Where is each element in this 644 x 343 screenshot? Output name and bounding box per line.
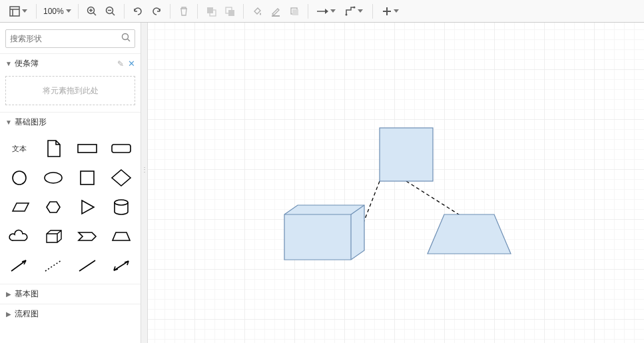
chevron-right-icon: ▶ (5, 310, 12, 318)
chevron-down-icon: ▼ (5, 60, 12, 67)
sidebar: ▼ 便条簿 ✎ ✕ 将元素拖到此处 ▼ 基础图形 文本 (0, 23, 141, 343)
chevron-down-icon (330, 9, 336, 13)
zoom-in-button[interactable] (83, 2, 101, 21)
zoom-out-button[interactable] (101, 2, 120, 21)
shape-trapezoid[interactable] (105, 224, 138, 249)
undo-button[interactable] (129, 2, 147, 21)
svg-line-4 (93, 13, 96, 15)
search-input[interactable] (10, 34, 121, 43)
panel-basic-shapes[interactable]: ▼ 基础图形 (0, 112, 141, 132)
shadow-button[interactable] (285, 2, 304, 21)
shape-palette: 文本 (0, 132, 141, 284)
shape-dashed-line[interactable] (37, 253, 69, 278)
shape-step[interactable] (71, 224, 104, 249)
svg-rect-24 (78, 145, 97, 153)
diagram-svg (148, 23, 644, 343)
waypoints-button[interactable] (340, 2, 368, 21)
dropzone-label: 将元素拖到此处 (43, 85, 99, 97)
zoom-level[interactable]: 100% (41, 7, 74, 16)
svg-rect-25 (112, 145, 131, 153)
panel-title: 便条簿 (15, 58, 39, 69)
svg-point-27 (45, 172, 62, 183)
shape-circle[interactable] (3, 165, 35, 190)
search-icon (121, 33, 131, 45)
svg-point-29 (115, 200, 128, 205)
svg-rect-28 (81, 171, 94, 184)
shape-cube-instance[interactable] (284, 205, 364, 260)
chevron-down-icon (22, 9, 27, 13)
shape-cube[interactable] (37, 224, 69, 249)
line-color-button[interactable] (266, 2, 285, 21)
shape-cloud[interactable] (3, 224, 35, 249)
shape-arrow-line[interactable] (3, 253, 35, 278)
shape-trapezoid-instance[interactable] (428, 214, 511, 254)
shape-hexagon[interactable] (37, 194, 69, 220)
shape-square[interactable] (71, 165, 104, 190)
shape-ellipse[interactable] (37, 165, 69, 190)
shape-text[interactable]: 文本 (3, 136, 35, 161)
connection-button[interactable] (312, 2, 340, 21)
connector[interactable] (406, 181, 461, 216)
svg-line-33 (114, 261, 129, 270)
shape-rounded-rect[interactable] (105, 136, 138, 161)
zoom-label: 100% (43, 7, 64, 16)
fill-color-button[interactable] (248, 2, 266, 21)
chevron-down-icon (66, 9, 71, 13)
panel-title: 基本图 (15, 288, 39, 300)
to-back-button[interactable] (220, 2, 239, 21)
chevron-down-icon: ▼ (5, 119, 12, 126)
shape-rectangle-instance[interactable] (380, 128, 433, 181)
svg-point-26 (13, 171, 26, 184)
close-icon[interactable]: ✕ (128, 59, 135, 69)
svg-line-32 (79, 260, 95, 271)
shape-line[interactable] (71, 253, 104, 278)
view-button[interactable] (4, 2, 32, 21)
svg-line-23 (128, 39, 131, 42)
chevron-right-icon: ▶ (5, 290, 12, 298)
svg-point-19 (354, 6, 356, 8)
panel-scratchpad[interactable]: ▼ 便条簿 ✎ ✕ (0, 53, 141, 73)
shape-cylinder[interactable] (105, 194, 138, 220)
scratchpad-dropzone[interactable]: 将元素拖到此处 (5, 76, 135, 105)
svg-point-18 (346, 13, 348, 15)
shape-diamond[interactable] (105, 165, 138, 190)
edit-icon[interactable]: ✎ (117, 59, 124, 69)
shape-document[interactable] (37, 136, 69, 161)
toolbar: 100% (0, 0, 644, 23)
collapse-icon: ⋮ (142, 156, 147, 182)
shape-triangle[interactable] (71, 194, 104, 220)
svg-line-30 (11, 260, 26, 271)
redo-button[interactable] (147, 2, 166, 21)
panel-title: 流程图 (15, 308, 39, 320)
chevron-down-icon (394, 9, 399, 13)
to-front-button[interactable] (202, 2, 220, 21)
sidebar-splitter[interactable]: ⋮ (141, 23, 148, 343)
insert-button[interactable] (377, 2, 405, 21)
shape-bidir-arrow[interactable] (105, 253, 138, 278)
shape-search[interactable] (5, 29, 135, 48)
svg-rect-16 (292, 9, 298, 15)
svg-line-31 (45, 260, 61, 271)
panel-title: 基础图形 (15, 117, 47, 128)
panel-basic[interactable]: ▶ 基本图 (0, 284, 141, 304)
chevron-down-icon (358, 9, 363, 13)
canvas[interactable] (148, 23, 644, 343)
delete-button[interactable] (174, 2, 193, 21)
svg-point-22 (123, 34, 129, 40)
panel-flowchart[interactable]: ▶ 流程图 (0, 304, 141, 324)
shape-parallelogram[interactable] (3, 194, 35, 220)
svg-rect-0 (10, 7, 19, 16)
shape-rectangle[interactable] (71, 136, 104, 161)
svg-line-8 (112, 13, 115, 15)
